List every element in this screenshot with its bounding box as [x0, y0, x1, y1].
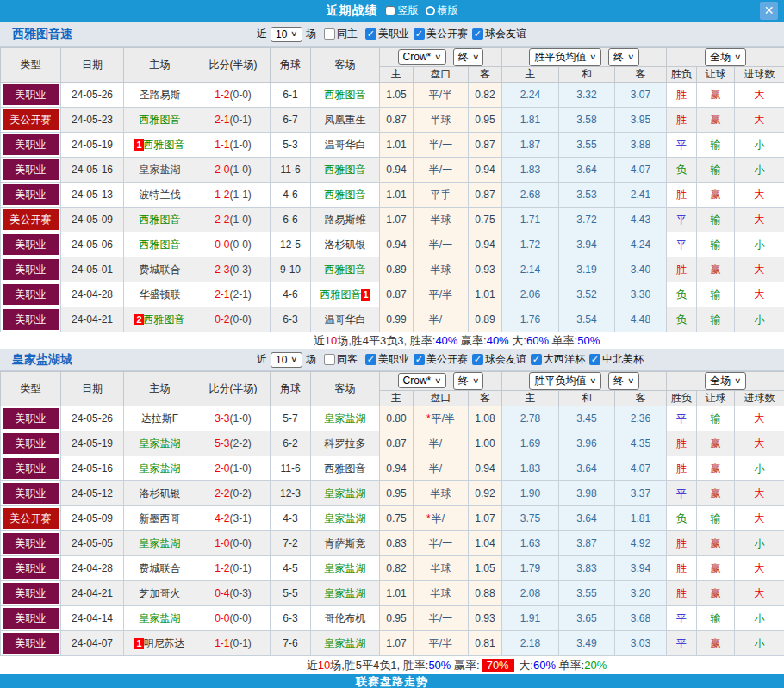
team-label: 皇家盐湖 [140, 462, 181, 474]
league-trend-section-bar[interactable]: 联赛盘路走势 [0, 674, 784, 688]
mean-draw-odds: 3.55 [559, 581, 615, 606]
fullmatch-select[interactable]: 全场 ∨ [705, 48, 746, 66]
team-label: 西雅图音 [325, 89, 366, 101]
mean-odds-select[interactable]: 胜平负均值 ∨ [529, 372, 601, 390]
mean-home-odds: 2.14 [502, 257, 559, 282]
crow-away-odds: 1.07 [469, 506, 502, 531]
league-filter[interactable]: ✓美公开赛 [414, 352, 468, 367]
match-date: 24-04-14 [61, 606, 124, 631]
team-label: 路易斯维 [325, 214, 366, 226]
mean-final-select[interactable]: 终 ∨ [608, 372, 639, 390]
away-team: 西雅图音 [311, 183, 380, 208]
result-label: 赢 [711, 462, 721, 474]
home-team: 西雅图音 [124, 108, 196, 133]
league-type: 美职业 [1, 606, 61, 631]
home-team: 皇家盐湖 [124, 158, 196, 183]
crow-handicap: 平/半 [414, 631, 469, 656]
match-date: 24-05-19 [61, 133, 124, 158]
match-rows: 美职业24-05-26圣路易斯1-2(0-0)6-1西雅图音1.05平/半0.8… [1, 83, 784, 332]
league-type-label: 美职业 [3, 134, 59, 155]
corners: 7-6 [271, 631, 311, 656]
crow-away-odds: 1.01 [469, 282, 502, 307]
team-label: 皇家盐湖 [140, 537, 181, 549]
crow-final-select[interactable]: 终 ∨ [453, 372, 484, 390]
match-row: 美职业24-05-12洛杉矶银2-2(0-2)12-3皇家盐湖0.95半球0.9… [1, 481, 784, 506]
league-filter[interactable]: ✓大西洋杯 [531, 352, 585, 367]
result-outcome: 负 [667, 158, 697, 183]
mean-away-odds: 2.36 [615, 406, 667, 431]
halftime-score: (0-0) [230, 239, 252, 251]
same-venue-filter[interactable]: 同主 [324, 27, 358, 41]
result-label: 赢 [711, 89, 721, 101]
bookmaker-select[interactable]: Crow* ∨ [398, 373, 446, 388]
result-outcome: 平 [667, 606, 697, 631]
summary-segment: 10 [318, 659, 330, 672]
team-label: 温哥华白 [325, 139, 366, 151]
fullmatch-select[interactable]: 全场 ∨ [705, 372, 746, 390]
team-label: 达拉斯F [141, 412, 178, 425]
mean-draw-odds: 3.64 [559, 456, 615, 481]
mean-final-select[interactable]: 终 ∨ [608, 48, 639, 66]
result-outcome: 胜 [667, 431, 697, 456]
fulltime-score: 2-0 [215, 462, 229, 474]
league-filter-label: 美公开赛 [426, 352, 468, 367]
result-handicap: 赢 [697, 631, 735, 656]
fullmatch-select-cell: 全场 ∨ [667, 372, 784, 391]
mean-draw-odds: 3.49 [559, 631, 615, 656]
corners: 6-3 [271, 606, 311, 631]
halftime-score: (0-1) [230, 562, 252, 574]
fulltime-score: 0-0 [215, 239, 229, 251]
col-mean-draw: 和 [559, 391, 615, 406]
result-handicap: 赢 [697, 83, 735, 108]
mean-odds-select[interactable]: 胜平负均值 ∨ [529, 48, 601, 66]
league-type-label: 美公开赛 [3, 109, 59, 130]
league-type: 美职业 [1, 581, 61, 606]
league-filter[interactable]: ✓美公开赛 [414, 27, 468, 41]
match-count-select[interactable]: 10 ∨ [271, 27, 302, 42]
home-team: 新墨西哥 [124, 506, 196, 531]
league-filter[interactable]: ✓美职业 [365, 352, 409, 367]
mean-home-odds: 1.71 [502, 208, 559, 232]
crow-handicap: 半/一 [414, 531, 469, 556]
crow-final-select[interactable]: 终 ∨ [453, 48, 484, 66]
mean-away-odds: 4.07 [615, 456, 667, 481]
home-team: 洛杉矶银 [124, 481, 196, 506]
match-date: 24-04-21 [61, 581, 124, 606]
result-outcome: 负 [667, 307, 697, 332]
app-titlebar: 近期战绩 竖版 横版 ✕ [0, 0, 784, 22]
radio-vertical[interactable]: 竖版 [385, 3, 419, 18]
league-filter[interactable]: ✓球会友谊 [472, 27, 526, 41]
home-team: 西雅图音 [124, 232, 196, 257]
crow-home-odds: 0.87 [380, 431, 414, 456]
team-label: 科罗拉多 [325, 437, 366, 449]
fulltime-score: 5-3 [215, 437, 229, 449]
result-handicap: 赢 [697, 531, 735, 556]
halftime-score: (0-1) [230, 114, 252, 126]
near-label: 近 [257, 27, 267, 41]
home-team: 波特兰伐 [124, 183, 196, 208]
league-filter[interactable]: ✓中北美杯 [589, 352, 644, 367]
result-goals: 小 [735, 133, 784, 158]
league-type: 美公开赛 [1, 108, 61, 133]
close-button[interactable]: ✕ [760, 2, 778, 20]
summary-segment: 40% [487, 334, 509, 347]
same-venue-filter[interactable]: 同客 [324, 352, 358, 367]
league-type: 美职业 [1, 481, 61, 506]
mean-away-odds: 2.41 [615, 183, 667, 208]
team-label: 皇家盐湖 [325, 412, 366, 425]
radio-horizontal[interactable]: 横版 [426, 3, 458, 18]
corners: 4-6 [271, 183, 311, 208]
corners: 6-2 [271, 431, 311, 456]
result-label: 平 [676, 412, 687, 425]
bookmaker-select[interactable]: Crow* ∨ [398, 49, 446, 65]
league-filter[interactable]: ✓球会友谊 [472, 352, 526, 367]
league-filter[interactable]: ✓美职业 [365, 27, 409, 41]
chevron-down-icon: ∨ [472, 53, 480, 61]
team-label: 哥伦布机 [325, 612, 366, 624]
result-handicap: 赢 [697, 183, 735, 208]
crow-away-odds: 0.92 [469, 481, 502, 506]
checkbox-checked-icon: ✓ [414, 28, 425, 40]
mean-home-odds: 3.75 [502, 506, 559, 531]
match-count-select[interactable]: 10 ∨ [271, 352, 302, 368]
result-label: 赢 [711, 114, 721, 126]
